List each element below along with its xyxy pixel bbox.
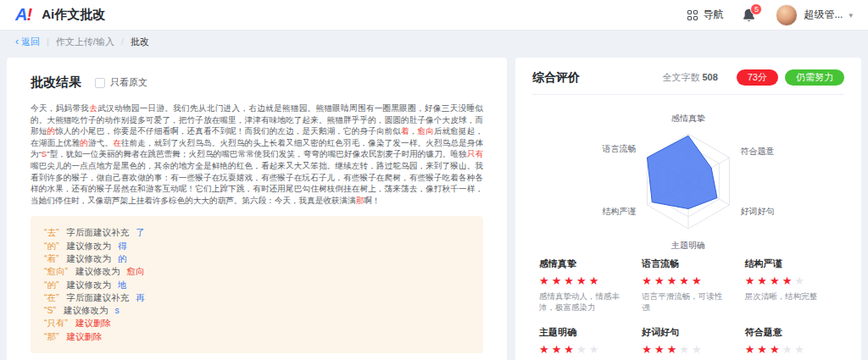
breadcrumb-divider: | (47, 36, 49, 47)
star-icon: ★ (692, 274, 704, 287)
app-logo: A! (15, 5, 31, 25)
star-icon: ★ (564, 343, 576, 356)
radar-axis-label: 语言流畅 (603, 144, 637, 153)
notification-bell-button[interactable]: 5 (742, 8, 757, 23)
logo-exclaim: ! (26, 5, 31, 24)
essay-segment: 今天，妈妈带我 (31, 103, 89, 113)
suggestion-rule: 建议修改为 (67, 241, 112, 251)
star-icon: ★ (794, 343, 807, 356)
correction-result-panel: 批改结果 只看原文 今天，妈妈带我去武汉动物园一日游。我们先从北门进入，右边就是… (7, 58, 507, 360)
grade-badge: 仍需努力 (785, 69, 844, 86)
essay-segment: ， (409, 126, 418, 136)
star-icon: ★ (667, 274, 680, 287)
suggestion-original-word: “去” (44, 227, 59, 237)
essay-segment: 游弋。 (88, 138, 113, 147)
radar-axis-label: 感情真挚 (671, 114, 705, 123)
rating-title: 好词好句 (642, 326, 734, 339)
evaluation-title: 综合评价 (532, 70, 580, 86)
suggestion-rule: 字后面建议补充 (67, 292, 130, 302)
suggestion-row: “的”建议修改为地 (44, 279, 470, 291)
star-icon: ★ (576, 343, 589, 356)
checkbox-label: 只看原文 (110, 76, 147, 89)
suggestion-rule: 建议修改为 (75, 266, 120, 276)
nav-button[interactable]: 导航 (687, 8, 723, 22)
suggestion-row: “S”建议修改为s (44, 304, 470, 317)
header-actions: 导航 5 超级管... ▾ (687, 4, 853, 26)
star-icon: ★ (564, 274, 576, 287)
view-original-checkbox[interactable]: 只看原文 (95, 76, 147, 89)
star-icon: ★ (679, 274, 692, 287)
rating-cell: 感情真挚★★★★★感情真挚动人，情感丰沛，极富感染力 (539, 258, 632, 313)
ratings-grid: 感情真挚★★★★★感情真挚动人，情感丰沛，极富感染力语言流畅★★★★★语言平滑流… (532, 258, 844, 360)
suggestion-value: 地 (118, 280, 127, 290)
essay-text: 今天，妈妈带我去武汉动物园一日游。我们先从北门进入，右边就是熊猫园。熊猫眼睛周围… (31, 102, 483, 206)
marked-word[interactable]: 去 (89, 103, 97, 113)
marked-word[interactable]: 着 (401, 126, 409, 136)
rating-cell: 主题明确★★★★★主题基本明确 (539, 326, 632, 360)
avatar (776, 4, 798, 26)
essay-segment: ”型，犹如一位美丽的舞者在跳芭蕾舞；火烈鸟的嘴巴常常使我们发笑，弯弯的嘴巴好像农… (47, 149, 467, 158)
back-link[interactable]: ‹返回 (15, 36, 40, 48)
app-header: A! Ai作文批改 导航 5 超级管... ▾ (0, 0, 868, 30)
rating-title: 主题明确 (539, 326, 632, 339)
marked-word[interactable]: 的 (47, 126, 55, 136)
suggestion-original-word: “S” (44, 305, 56, 315)
suggestion-original-word: “在” (44, 292, 59, 302)
suggestion-value: s (115, 305, 120, 315)
rating-stars: ★★★★★ (539, 274, 632, 287)
suggestion-row: “只有”建议删除 (44, 317, 470, 330)
chevron-left-icon: ‹ (15, 36, 19, 47)
star-icon: ★ (576, 274, 589, 287)
star-icon: ★ (692, 343, 704, 356)
marked-word[interactable]: 只有 (467, 149, 483, 158)
suggestion-value: 再 (136, 292, 145, 302)
notification-badge: 5 (750, 3, 762, 15)
rating-description: 感情真挚动人，情感丰沛，极富感染力 (539, 291, 632, 313)
word-count: 全文字数508 (662, 71, 717, 84)
word-count-value: 508 (702, 72, 717, 82)
star-icon: ★ (552, 343, 565, 356)
star-icon: ★ (745, 343, 758, 356)
score-badge: 73分 (737, 69, 778, 86)
checkbox-box[interactable] (95, 78, 105, 88)
rating-title: 符合题意 (745, 326, 837, 339)
star-icon: ★ (667, 343, 680, 356)
radar-data-polygon (648, 136, 717, 208)
rating-title: 感情真挚 (539, 258, 632, 270)
app-title: Ai作文批改 (42, 7, 105, 23)
radar-axis-label: 好词好句 (740, 207, 774, 216)
page: A! Ai作文批改 导航 5 超级管... ▾ ‹返回 | 作文上传/ (0, 0, 868, 355)
suggestion-original-word: “只有” (44, 318, 68, 328)
star-icon: ★ (552, 274, 565, 287)
breadcrumb-slash: / (121, 36, 124, 47)
suggestion-row: “在”字后面建议补充再 (44, 291, 470, 304)
essay-segment: 嘴巴尖儿的一点点地方是黑色的，其余的地方全是鲜艳的红色，看起来又大又笨拙。继续左… (31, 161, 483, 205)
logo-letter: A (15, 5, 26, 24)
marked-word[interactable]: 愈向 (417, 126, 433, 136)
star-icon: ★ (757, 343, 770, 356)
rating-cell: 好词好句★★★★★能够适当运用好词好句，语言生动活泼 (642, 326, 734, 360)
rating-cell: 符合题意★★★★★能较好地把握题目要求，文章符合题意 (745, 326, 837, 360)
marked-word[interactable]: 的 (80, 138, 88, 147)
marked-word[interactable]: 在 (113, 138, 121, 147)
suggestion-rule: 字后面建议补充 (67, 227, 130, 237)
star-icon: ★ (589, 343, 602, 356)
marked-word[interactable]: 那 (356, 196, 364, 205)
star-icon: ★ (745, 274, 758, 287)
star-icon: ★ (757, 274, 770, 287)
back-label: 返回 (21, 36, 40, 48)
radar-chart: 感情真挚符合题意好词好句主题明确结构严谨语言流畅 (532, 95, 844, 254)
breadcrumb-upload[interactable]: 作文上传/输入 (56, 36, 114, 48)
star-icon: ★ (589, 274, 602, 287)
suggestion-row: “去”字后面建议补充了 (44, 226, 470, 239)
apps-grid-icon (687, 10, 698, 20)
suggestion-row: “着”建议修改为的 (44, 252, 470, 265)
user-name: 超级管... (804, 8, 843, 22)
rating-stars: ★★★★★ (745, 274, 837, 287)
star-icon: ★ (679, 343, 692, 356)
rating-stars: ★★★★★ (642, 343, 734, 356)
suggestion-value: 愈向 (127, 266, 145, 276)
rating-stars: ★★★★★ (539, 343, 632, 356)
user-menu[interactable]: 超级管... ▾ (776, 4, 853, 26)
suggestion-row: “的”建议修改为得 (44, 240, 470, 252)
